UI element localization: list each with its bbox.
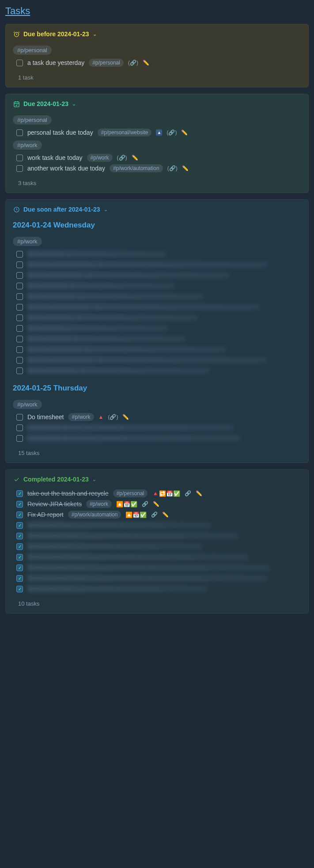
task-checkbox[interactable] <box>16 554 23 561</box>
chevron-down-icon: ⌄ <box>72 101 76 107</box>
chevron-down-icon: ⌄ <box>92 477 96 482</box>
task-count: 1 task <box>18 74 301 81</box>
task-row-blurred <box>16 259 301 270</box>
group-tag[interactable]: #p/work <box>13 237 42 246</box>
task-text-blurred <box>27 574 301 582</box>
task-checkbox[interactable] <box>16 283 23 289</box>
task-checkbox[interactable] <box>16 435 23 442</box>
group-tag[interactable]: #p/work <box>13 400 42 409</box>
link-icon[interactable]: 🔗 <box>119 155 125 161</box>
task-checkbox[interactable] <box>16 165 23 172</box>
link-icon[interactable]: 🔗 <box>130 60 136 66</box>
edit-icon[interactable]: ✏️ <box>181 129 188 136</box>
link-icon[interactable]: 🔗 <box>142 501 148 507</box>
link-icon[interactable]: 🔗 <box>110 414 116 420</box>
task-row-blurred <box>16 291 301 302</box>
task-text-blurred <box>27 585 301 593</box>
task-checkbox[interactable] <box>16 425 23 431</box>
section-header-soon[interactable]: Due soon after 2024-01-23 ⌄ <box>13 206 301 213</box>
task-checkbox[interactable] <box>16 512 23 518</box>
task-text[interactable]: Do timesheet <box>27 413 64 421</box>
link-icon[interactable]: 🔗 <box>151 512 158 518</box>
task-checkbox[interactable] <box>16 155 23 161</box>
date-heading: 2024-01-25 Thursday <box>13 384 301 393</box>
group-tag[interactable]: #p/personal <box>13 115 52 125</box>
task-checkbox[interactable] <box>16 272 23 279</box>
task-text-blurred <box>27 292 301 300</box>
section-soon: Due soon after 2024-01-23 ⌄ 2024-01-24 W… <box>5 199 309 463</box>
task-checkbox[interactable] <box>16 533 23 539</box>
task-tag[interactable]: #p/personal <box>89 59 124 67</box>
task-checkbox[interactable] <box>16 490 23 497</box>
task-row: work task due today #p/work (🔗) ✏️ <box>16 152 301 163</box>
group-tag[interactable]: #p/personal <box>13 45 52 55</box>
section-header-overdue[interactable]: Due before 2024-01-23 ⌄ <box>13 30 301 38</box>
task-checkbox[interactable] <box>16 543 23 550</box>
calendar-check-icon <box>13 100 20 107</box>
task-tag[interactable]: #p/work <box>68 413 94 421</box>
task-checkbox[interactable] <box>16 414 23 421</box>
edit-icon[interactable]: ✏️ <box>153 501 159 507</box>
task-tag[interactable]: #p/work/automation <box>110 164 163 172</box>
edit-icon[interactable]: ✏️ <box>122 414 129 420</box>
task-row-blurred <box>16 312 301 323</box>
task-row-blurred <box>16 584 301 594</box>
task-checkbox[interactable] <box>16 346 23 353</box>
task-checkbox[interactable] <box>16 304 23 311</box>
task-checkbox[interactable] <box>16 357 23 364</box>
task-checkbox[interactable] <box>16 586 23 592</box>
task-text[interactable]: work task due today <box>27 154 83 161</box>
task-row-blurred <box>16 552 301 562</box>
priority-high-icon: ▲ <box>98 414 104 420</box>
task-text-blurred <box>27 434 301 442</box>
task-row: personal task due today #p/personal/webs… <box>16 127 301 138</box>
task-row-blurred <box>16 365 301 376</box>
task-checkbox[interactable] <box>16 336 23 342</box>
task-row-blurred <box>16 520 301 531</box>
task-row-blurred <box>16 270 301 280</box>
task-tag[interactable]: #p/work <box>87 154 113 162</box>
edit-icon[interactable]: ✏️ <box>196 490 202 497</box>
task-text-blurred <box>27 542 301 550</box>
task-checkbox[interactable] <box>16 251 23 258</box>
edit-icon[interactable]: ✏️ <box>182 165 189 171</box>
task-text[interactable]: another work task due today <box>27 165 105 172</box>
group-tag[interactable]: #p/work <box>13 140 42 150</box>
task-text-blurred <box>27 345 301 353</box>
link-icon[interactable]: 🔗 <box>168 129 175 136</box>
edit-icon[interactable]: ✏️ <box>143 60 149 66</box>
task-checkbox[interactable] <box>16 575 23 582</box>
link-icon[interactable]: 🔗 <box>185 490 191 497</box>
task-tag[interactable]: #p/personal/website <box>98 129 152 136</box>
task-text-blurred <box>27 335 301 343</box>
task-checkbox[interactable] <box>16 315 23 321</box>
section-header-completed[interactable]: Completed 2024-01-23 ⌄ <box>13 476 301 483</box>
task-tag[interactable]: #p/personal <box>113 489 148 497</box>
edit-icon[interactable]: ✏️ <box>132 155 138 161</box>
task-checkbox[interactable] <box>16 522 23 529</box>
task-checkbox[interactable] <box>16 293 23 300</box>
task-checkbox[interactable] <box>16 129 23 136</box>
task-checkbox[interactable] <box>16 262 23 268</box>
task-row: Review JIRA tickets #p/work 🔼📅✅ 🔗 ✏️ <box>16 499 301 509</box>
task-text[interactable]: personal task due today <box>27 129 93 136</box>
link-icon[interactable]: 🔗 <box>169 165 176 171</box>
task-tag[interactable]: #p/work <box>86 500 112 508</box>
task-text[interactable]: take out the trash and recycle <box>27 490 109 497</box>
edit-icon[interactable]: ✏️ <box>162 512 169 518</box>
task-text-blurred <box>27 250 301 258</box>
section-title: Due before 2024-01-23 <box>23 30 89 38</box>
page-title[interactable]: Tasks <box>5 5 30 17</box>
task-tag[interactable]: #p/work/automation <box>68 511 121 519</box>
task-checkbox[interactable] <box>16 501 23 508</box>
task-checkbox[interactable] <box>16 325 23 332</box>
task-checkbox[interactable] <box>16 60 23 66</box>
section-overdue: Due before 2024-01-23 ⌄ #p/personal a ta… <box>5 24 309 87</box>
task-row-blurred <box>16 302 301 312</box>
task-checkbox[interactable] <box>16 368 23 374</box>
task-checkbox[interactable] <box>16 565 23 571</box>
section-header-today[interactable]: Due 2024-01-23 ⌄ <box>13 100 301 107</box>
task-text[interactable]: Fix AD report <box>27 511 64 518</box>
task-text[interactable]: a task due yesterday <box>27 59 84 66</box>
task-text[interactable]: Review JIRA tickets <box>27 500 82 508</box>
